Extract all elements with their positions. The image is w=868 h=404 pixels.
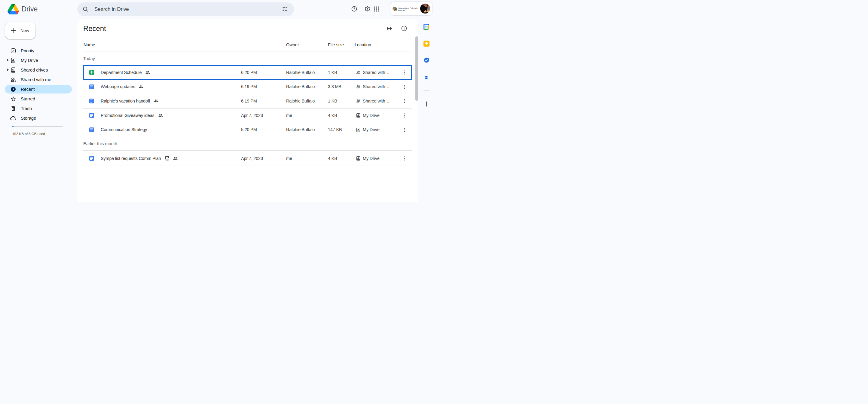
svg-text:31: 31 bbox=[425, 25, 428, 29]
svg-text:?: ? bbox=[353, 7, 355, 10]
